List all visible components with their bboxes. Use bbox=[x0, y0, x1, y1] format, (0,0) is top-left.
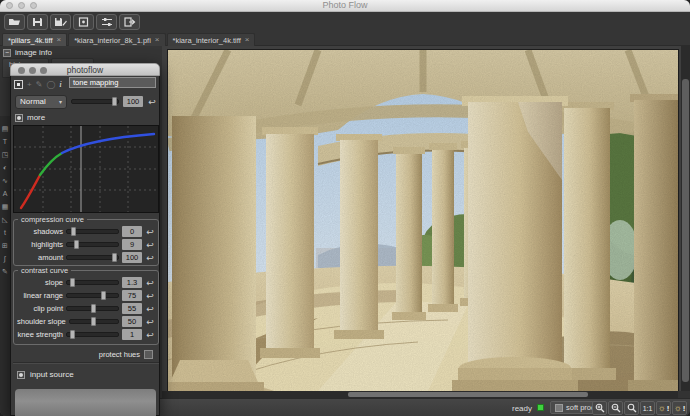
zoom-fit-button[interactable] bbox=[624, 401, 639, 415]
tab-close-icon[interactable]: × bbox=[56, 36, 61, 44]
slider-value[interactable]: 0 bbox=[122, 226, 142, 237]
slider-handle[interactable] bbox=[91, 317, 96, 326]
zoom-in-icon bbox=[595, 403, 605, 413]
export-exit-button[interactable] bbox=[119, 14, 140, 30]
input-source-expander-icon[interactable] bbox=[17, 371, 25, 379]
slider-track[interactable] bbox=[66, 332, 119, 337]
edit-icon[interactable]: ✎ bbox=[36, 80, 43, 89]
tool-icon[interactable]: ◺ bbox=[2, 215, 7, 224]
tool-icon[interactable]: t bbox=[4, 228, 6, 237]
slider-track[interactable] bbox=[66, 293, 119, 298]
tab-kiara-interior-4k[interactable]: *kiara_interior_4k.tiff × bbox=[167, 33, 256, 46]
protect-hues-toggle[interactable]: protect hues bbox=[99, 350, 153, 359]
slider-handle[interactable] bbox=[91, 304, 96, 313]
slider-undo[interactable]: ↩ bbox=[145, 317, 155, 327]
slider-track[interactable] bbox=[66, 280, 119, 285]
zoom-out-button[interactable] bbox=[608, 401, 623, 415]
slider-value[interactable]: 1.3 bbox=[122, 277, 142, 288]
tool-icon[interactable]: ▦ bbox=[2, 202, 9, 211]
slider-handle[interactable] bbox=[112, 253, 117, 262]
slider-undo[interactable]: ↩ bbox=[145, 240, 155, 250]
highlight-warning-button[interactable]: ☼ ! bbox=[656, 401, 671, 415]
tool-icon[interactable]: ∿ bbox=[2, 176, 8, 185]
slider-value[interactable]: 55 bbox=[122, 303, 142, 314]
preferences-icon bbox=[101, 17, 113, 27]
tool-icon[interactable]: ◳ bbox=[2, 150, 9, 159]
tool-icon[interactable]: ◐ bbox=[3, 163, 7, 172]
tool-icon[interactable]: ▤ bbox=[2, 124, 9, 133]
close-window-icon[interactable] bbox=[6, 2, 13, 9]
slider-handle[interactable] bbox=[71, 227, 76, 236]
slider-value[interactable]: 1 bbox=[122, 329, 142, 340]
save-button[interactable] bbox=[27, 14, 48, 30]
slider-undo[interactable]: ↩ bbox=[145, 253, 155, 263]
opacity-slider-handle[interactable] bbox=[112, 97, 117, 106]
more-expander-icon[interactable] bbox=[15, 114, 23, 122]
zoom-100-button[interactable]: 1:1 bbox=[640, 401, 655, 415]
protect-hues-checkbox[interactable] bbox=[144, 350, 153, 359]
zoom-in-button[interactable] bbox=[592, 401, 607, 415]
slider-value[interactable]: 50 bbox=[122, 316, 142, 327]
horizontal-scrollbar-handle[interactable] bbox=[348, 392, 588, 397]
tone-curve-editor[interactable] bbox=[13, 125, 159, 213]
slider-undo[interactable]: ↩ bbox=[145, 330, 155, 340]
dialog-maximize-icon[interactable] bbox=[40, 67, 47, 74]
tab-kiara-interior-8k[interactable]: *kiara_interior_8k_1.pfi × bbox=[68, 33, 165, 46]
slider-value[interactable]: 9 bbox=[122, 239, 142, 250]
slider-undo[interactable]: ↩ bbox=[145, 278, 155, 288]
preferences-button[interactable] bbox=[96, 14, 117, 30]
tool-icon[interactable]: ✎ bbox=[2, 267, 8, 276]
move-icon[interactable]: + bbox=[27, 80, 32, 89]
slider-track[interactable] bbox=[66, 306, 119, 311]
tool-icon[interactable]: ∫ bbox=[4, 254, 6, 263]
slider-handle[interactable] bbox=[101, 291, 106, 300]
photo-canvas[interactable] bbox=[168, 50, 678, 391]
slider-value[interactable]: 75 bbox=[122, 290, 142, 301]
undo-icon[interactable]: ↩ bbox=[147, 97, 157, 107]
tool-icon[interactable]: A bbox=[3, 189, 8, 198]
tab-pillars-4k[interactable]: *pillars_4k.tiff × bbox=[2, 33, 67, 46]
opacity-slider[interactable] bbox=[71, 99, 119, 104]
info-icon[interactable]: i bbox=[59, 80, 62, 89]
slider-handle[interactable] bbox=[70, 278, 75, 287]
dialog-minimize-icon[interactable] bbox=[29, 67, 36, 74]
slider-handle[interactable] bbox=[74, 240, 79, 249]
slider-track[interactable] bbox=[66, 242, 119, 247]
slider-undo[interactable]: ↩ bbox=[145, 304, 155, 314]
opacity-value[interactable]: 100 bbox=[123, 96, 143, 107]
slider-handle[interactable] bbox=[70, 330, 75, 339]
slider-track[interactable] bbox=[69, 319, 119, 324]
tool-icon[interactable]: T bbox=[3, 137, 7, 146]
slider-track[interactable] bbox=[66, 229, 119, 234]
save-as-button[interactable] bbox=[50, 14, 71, 30]
dialog-close-icon[interactable] bbox=[18, 67, 25, 74]
divider bbox=[13, 362, 159, 364]
slider-label: linear range bbox=[17, 291, 63, 300]
slider-undo[interactable]: ↩ bbox=[145, 227, 155, 237]
more-toggle[interactable]: more bbox=[15, 113, 45, 122]
export-image-button[interactable] bbox=[73, 14, 94, 30]
group-title: contrast curve bbox=[18, 266, 71, 275]
shadow-warning-button[interactable]: ☼ ! bbox=[672, 401, 687, 415]
maximize-window-icon[interactable] bbox=[30, 2, 37, 9]
tab-close-icon[interactable]: × bbox=[155, 36, 160, 44]
layer-enabled-icon[interactable] bbox=[14, 80, 23, 89]
open-file-button[interactable] bbox=[4, 14, 25, 30]
minimize-window-icon[interactable] bbox=[18, 2, 25, 9]
input-source-toggle[interactable]: input source bbox=[17, 370, 74, 379]
soft-proof-checkbox[interactable] bbox=[555, 404, 563, 412]
slider-undo[interactable]: ↩ bbox=[145, 291, 155, 301]
blend-mode-select[interactable]: Normal ▾ bbox=[15, 95, 67, 109]
slider-track[interactable] bbox=[66, 255, 119, 260]
reset-icon[interactable]: ◯ bbox=[46, 80, 55, 89]
tool-icon[interactable]: ⊞ bbox=[2, 241, 8, 250]
image-info-header[interactable]: − image info bbox=[3, 48, 52, 57]
vertical-scrollbar[interactable] bbox=[681, 46, 690, 391]
vertical-scrollbar-handle[interactable] bbox=[682, 79, 689, 382]
layer-name-input[interactable]: tone mapping bbox=[69, 77, 156, 88]
slider-value[interactable]: 100 bbox=[122, 252, 142, 263]
horizontal-scrollbar[interactable] bbox=[162, 391, 678, 398]
dialog-titlebar[interactable]: photoflow bbox=[10, 63, 160, 76]
tab-close-icon[interactable]: × bbox=[245, 36, 250, 44]
collapse-icon[interactable]: − bbox=[3, 49, 11, 57]
